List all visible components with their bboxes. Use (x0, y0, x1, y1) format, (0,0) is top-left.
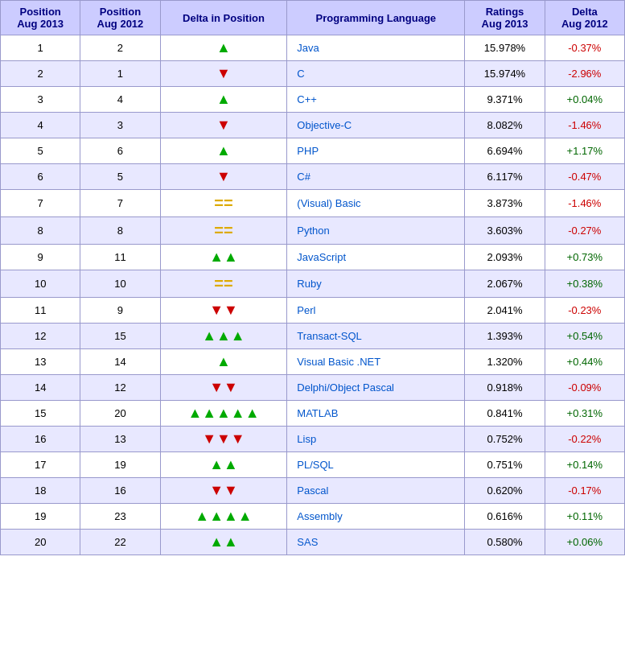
delta-pos-cell: ▼ (160, 164, 287, 190)
pos-aug2012-cell: 23 (80, 504, 160, 530)
rating-cell: 6.694% (465, 138, 545, 164)
lang-name-cell: Transact-SQL (287, 324, 465, 349)
table-row: 2 1 ▼ C 15.974% -2.96% (1, 61, 625, 87)
delta-pos-cell: ▲▲ (160, 452, 287, 478)
delta-pos-cell: ▼ (160, 61, 287, 87)
delta-rating-cell: -0.27% (545, 217, 624, 245)
pos-aug2013-cell: 13 (1, 349, 80, 375)
delta-rating-cell: +0.11% (545, 504, 624, 530)
delta-pos-cell: ▲▲ (160, 530, 287, 555)
lang-name-cell: Lisp (287, 427, 465, 452)
header-ratings-aug2013: RatingsAug 2013 (465, 1, 545, 35)
lang-name-cell: Objective-C (287, 113, 465, 138)
pos-aug2013-cell: 8 (1, 217, 80, 245)
delta-rating-cell: +0.44% (545, 349, 624, 375)
header-delta-pos: Delta in Position (160, 1, 287, 35)
table-row: 14 12 ▼▼ Delphi/Object Pascal 0.918% -0.… (1, 375, 625, 401)
lang-name-cell: C++ (287, 87, 465, 113)
pos-aug2013-cell: 7 (1, 190, 80, 217)
pos-aug2013-cell: 12 (1, 324, 80, 349)
rating-cell: 3.603% (465, 217, 545, 245)
pos-aug2012-cell: 8 (80, 217, 160, 245)
delta-pos-cell: ▲▲ (160, 245, 287, 270)
rating-cell: 0.620% (465, 478, 545, 504)
pos-aug2012-cell: 6 (80, 138, 160, 164)
lang-name-cell: Delphi/Object Pascal (287, 375, 465, 401)
pos-aug2012-cell: 2 (80, 35, 160, 61)
pos-aug2012-cell: 15 (80, 324, 160, 349)
rating-cell: 0.841% (465, 401, 545, 427)
table-row: 20 22 ▲▲ SAS 0.580% +0.06% (1, 530, 625, 555)
pos-aug2012-cell: 14 (80, 349, 160, 375)
table-row: 17 19 ▲▲ PL/SQL 0.751% +0.14% (1, 452, 625, 478)
rating-cell: 1.393% (465, 324, 545, 349)
delta-pos-cell: ▲▲▲▲ (160, 504, 287, 530)
delta-rating-cell: -0.47% (545, 164, 624, 190)
rating-cell: 0.616% (465, 504, 545, 530)
delta-pos-cell: ▼▼ (160, 478, 287, 504)
table-row: 15 20 ▲▲▲▲▲ MATLAB 0.841% +0.31% (1, 401, 625, 427)
rating-cell: 0.918% (465, 375, 545, 401)
rating-cell: 15.974% (465, 61, 545, 87)
header-pos-aug2013: PositionAug 2013 (1, 1, 80, 35)
rating-cell: 2.041% (465, 298, 545, 324)
lang-name-cell: SAS (287, 530, 465, 555)
delta-pos-cell: ▼▼▼ (160, 427, 287, 452)
table-row: 7 7 == (Visual) Basic 3.873% -1.46% (1, 190, 625, 217)
lang-name-cell: C# (287, 164, 465, 190)
rankings-table: PositionAug 2013 PositionAug 2012 Delta … (0, 0, 625, 555)
delta-rating-cell: +0.06% (545, 530, 624, 555)
rating-cell: 15.978% (465, 35, 545, 61)
pos-aug2012-cell: 19 (80, 452, 160, 478)
table-row: 16 13 ▼▼▼ Lisp 0.752% -0.22% (1, 427, 625, 452)
delta-rating-cell: +0.54% (545, 324, 624, 349)
delta-pos-cell: ▼▼ (160, 298, 287, 324)
lang-name-cell: Python (287, 217, 465, 245)
rating-cell: 0.580% (465, 530, 545, 555)
pos-aug2013-cell: 1 (1, 35, 80, 61)
pos-aug2012-cell: 11 (80, 245, 160, 270)
rating-cell: 2.093% (465, 245, 545, 270)
pos-aug2013-cell: 18 (1, 478, 80, 504)
delta-rating-cell: -0.17% (545, 478, 624, 504)
delta-rating-cell: -2.96% (545, 61, 624, 87)
table-row: 5 6 ▲ PHP 6.694% +1.17% (1, 138, 625, 164)
header-pos-aug2012: PositionAug 2012 (80, 1, 160, 35)
pos-aug2012-cell: 7 (80, 190, 160, 217)
table-row: 6 5 ▼ C# 6.117% -0.47% (1, 164, 625, 190)
lang-name-cell: Ruby (287, 270, 465, 298)
delta-rating-cell: +0.04% (545, 87, 624, 113)
pos-aug2013-cell: 2 (1, 61, 80, 87)
lang-name-cell: MATLAB (287, 401, 465, 427)
rating-cell: 0.751% (465, 452, 545, 478)
delta-pos-cell: ▲▲▲▲▲ (160, 401, 287, 427)
table-row: 3 4 ▲ C++ 9.371% +0.04% (1, 87, 625, 113)
pos-aug2012-cell: 5 (80, 164, 160, 190)
rating-cell: 8.082% (465, 113, 545, 138)
delta-rating-cell: +0.31% (545, 401, 624, 427)
pos-aug2013-cell: 15 (1, 401, 80, 427)
table-row: 1 2 ▲ Java 15.978% -0.37% (1, 35, 625, 61)
delta-rating-cell: -1.46% (545, 190, 624, 217)
table-row: 12 15 ▲▲▲ Transact-SQL 1.393% +0.54% (1, 324, 625, 349)
delta-rating-cell: -0.22% (545, 427, 624, 452)
pos-aug2012-cell: 16 (80, 478, 160, 504)
pos-aug2012-cell: 3 (80, 113, 160, 138)
pos-aug2013-cell: 11 (1, 298, 80, 324)
table-row: 9 11 ▲▲ JavaScript 2.093% +0.73% (1, 245, 625, 270)
pos-aug2013-cell: 20 (1, 530, 80, 555)
lang-name-cell: C (287, 61, 465, 87)
delta-pos-cell: == (160, 217, 287, 245)
table-row: 11 9 ▼▼ Perl 2.041% -0.23% (1, 298, 625, 324)
delta-pos-cell: ▼ (160, 113, 287, 138)
rating-cell: 3.873% (465, 190, 545, 217)
lang-name-cell: (Visual) Basic (287, 190, 465, 217)
pos-aug2013-cell: 17 (1, 452, 80, 478)
header-delta-aug2012: DeltaAug 2012 (545, 1, 624, 35)
delta-pos-cell: ▲ (160, 87, 287, 113)
delta-pos-cell: ▲▲▲ (160, 324, 287, 349)
pos-aug2012-cell: 1 (80, 61, 160, 87)
pos-aug2012-cell: 22 (80, 530, 160, 555)
lang-name-cell: JavaScript (287, 245, 465, 270)
lang-name-cell: PL/SQL (287, 452, 465, 478)
